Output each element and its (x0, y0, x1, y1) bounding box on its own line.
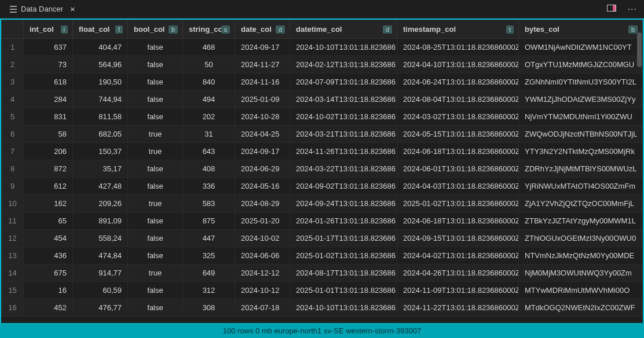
column-header-timestamp_col[interactable]: timestamp_colt (397, 20, 519, 39)
more-icon[interactable]: ··· (625, 3, 639, 16)
table-row[interactable]: 1165891,09false8752025-01-202024-01-26T1… (2, 212, 643, 230)
cell-bool_col[interactable]: true (128, 126, 183, 143)
cell-timestamp_col[interactable]: 2024-06-24T13:01:18.823686000Z (397, 74, 519, 91)
cell-int_col[interactable]: 162 (24, 195, 73, 212)
cell-float_col[interactable]: 914,77 (73, 264, 128, 282)
cell-bool_col[interactable]: true (128, 264, 183, 282)
cell-datetime_col[interactable]: 2024-03-21T13:01:18.823686 (290, 126, 397, 143)
cell-bool_col[interactable]: false (128, 299, 183, 317)
cell-bytes_col[interactable]: ZWQwODJjNzctNTBhNS00NTJjL (519, 126, 643, 143)
cell-string_col[interactable]: 31 (183, 126, 235, 143)
cell-bool_col[interactable]: false (128, 160, 183, 178)
cell-bool_col[interactable]: false (128, 230, 183, 247)
cell-int_col[interactable]: 612 (24, 178, 73, 195)
cell-datetime_col[interactable]: 2024-01-26T13:01:18.823686 (290, 212, 397, 230)
cell-bytes_col[interactable]: ZDRhYzJjNjMtMTBlYS00MWUzL (519, 160, 643, 178)
column-header-float_col[interactable]: float_colf (73, 20, 128, 39)
table-row[interactable]: 273564,96false502024-11-272024-02-12T13:… (2, 56, 643, 74)
cell-int_col[interactable]: 16 (24, 282, 73, 299)
cell-timestamp_col[interactable]: 2024-04-02T13:01:18.823686000Z (397, 247, 519, 264)
cell-float_col[interactable]: 427,48 (73, 178, 128, 195)
cell-bytes_col[interactable]: ZTBkYzJlZTAtYzgyMy00MWM1L (519, 212, 643, 230)
cell-string_col[interactable]: 325 (183, 247, 235, 264)
cell-datetime_col[interactable]: 2024-03-14T13:01:18.823686 (290, 91, 397, 108)
table-row[interactable]: 9612427,48false3362024-05-162024-09-02T1… (2, 178, 643, 195)
cell-bool_col[interactable]: false (128, 74, 183, 91)
cell-datetime_col[interactable]: 2024-07-09T13:01:18.823686 (290, 74, 397, 91)
tab-data-dancer[interactable]: Data Dancer × (5, 2, 80, 16)
cell-datetime_col[interactable]: 2025-01-01T13:01:18.823686 (290, 282, 397, 299)
cell-bytes_col[interactable]: ZjA1Y2VhZjQtZTQzOC00MmFjL (519, 195, 643, 212)
cell-bytes_col[interactable]: YTY3N2Y2NTktMzQzMS00MjRk (519, 143, 643, 160)
cell-int_col[interactable]: 618 (24, 74, 73, 91)
cell-timestamp_col[interactable]: 2025-01-02T13:01:18.823686000Z (397, 195, 519, 212)
cell-timestamp_col[interactable]: 2024-03-02T13:01:18.823686000Z (397, 108, 519, 126)
cell-timestamp_col[interactable]: 2024-08-25T13:01:18.823686000Z (397, 39, 519, 56)
cell-bool_col[interactable]: false (128, 56, 183, 74)
cell-datetime_col[interactable]: 2025-01-02T13:01:18.823686 (290, 247, 397, 264)
table-row[interactable]: 5831811,58false2022024-10-282024-10-02T1… (2, 108, 643, 126)
cell-date_col[interactable]: 2024-06-06 (235, 247, 290, 264)
cell-bytes_col[interactable]: OWM1NjAwNDItZWM1NC00YT (519, 39, 643, 56)
panel-toggle-icon[interactable] (605, 3, 619, 14)
cell-date_col[interactable]: 2024-10-12 (235, 282, 290, 299)
cell-float_col[interactable]: 404,47 (73, 39, 128, 56)
cell-string_col[interactable]: 202 (183, 108, 235, 126)
cell-bool_col[interactable]: false (128, 212, 183, 230)
close-icon[interactable]: × (70, 5, 75, 13)
cell-date_col[interactable]: 2024-04-25 (235, 126, 290, 143)
cell-float_col[interactable]: 811,58 (73, 108, 128, 126)
cell-float_col[interactable]: 476,77 (73, 299, 128, 317)
cell-string_col[interactable]: 447 (183, 230, 235, 247)
column-header-bool_col[interactable]: bool_colb (128, 20, 183, 39)
cell-bytes_col[interactable]: YjRiNWUxMTAtOTI4OS00ZmFm (519, 178, 643, 195)
cell-string_col[interactable]: 649 (183, 264, 235, 282)
cell-int_col[interactable]: 65 (24, 212, 73, 230)
cell-float_col[interactable]: 558,24 (73, 230, 128, 247)
table-row[interactable]: 151660,59false3122024-10-122025-01-01T13… (2, 282, 643, 299)
cell-timestamp_col[interactable]: 2024-06-18T13:01:18.823686000Z (397, 143, 519, 160)
cell-timestamp_col[interactable]: 2024-09-15T13:01:18.823686000Z (397, 230, 519, 247)
cell-float_col[interactable]: 744,94 (73, 91, 128, 108)
table-row[interactable]: 4284744,94false4942025-01-092024-03-14T1… (2, 91, 643, 108)
cell-date_col[interactable]: 2024-07-18 (235, 299, 290, 317)
cell-timestamp_col[interactable]: 2024-11-22T13:01:18.823686000Z (397, 299, 519, 317)
cell-float_col[interactable]: 35,17 (73, 160, 128, 178)
cell-int_col[interactable]: 452 (24, 299, 73, 317)
cell-bool_col[interactable]: false (128, 91, 183, 108)
cell-date_col[interactable]: 2024-11-27 (235, 56, 290, 74)
table-row[interactable]: 12454558,24false4472024-10-022025-01-17T… (2, 230, 643, 247)
cell-date_col[interactable]: 2024-08-29 (235, 195, 290, 212)
cell-bool_col[interactable]: false (128, 108, 183, 126)
table-row[interactable]: 1637404,47false4682024-09-172024-10-10T1… (2, 39, 643, 56)
cell-datetime_col[interactable]: 2024-09-02T13:01:18.823686 (290, 178, 397, 195)
cell-string_col[interactable]: 336 (183, 178, 235, 195)
cell-date_col[interactable]: 2024-12-12 (235, 264, 290, 282)
cell-timestamp_col[interactable]: 2024-06-01T13:01:18.823686000Z (397, 160, 519, 178)
cell-int_col[interactable]: 73 (24, 56, 73, 74)
cell-int_col[interactable]: 206 (24, 143, 73, 160)
cell-date_col[interactable]: 2025-01-09 (235, 91, 290, 108)
cell-string_col[interactable]: 408 (183, 160, 235, 178)
table-row[interactable]: 7206150,37true6432024-09-172024-11-26T13… (2, 143, 643, 160)
cell-float_col[interactable]: 150,37 (73, 143, 128, 160)
cell-datetime_col[interactable]: 2024-03-22T13:01:18.823686 (290, 160, 397, 178)
cell-datetime_col[interactable]: 2024-10-10T13:01:18.823686 (290, 299, 397, 317)
cell-int_col[interactable]: 284 (24, 91, 73, 108)
cell-int_col[interactable]: 454 (24, 230, 73, 247)
cell-int_col[interactable]: 831 (24, 108, 73, 126)
cell-int_col[interactable]: 436 (24, 247, 73, 264)
column-header-string_col[interactable]: string_cols (183, 20, 235, 39)
cell-date_col[interactable]: 2024-05-16 (235, 178, 290, 195)
cell-float_col[interactable]: 60,59 (73, 282, 128, 299)
cell-bool_col[interactable]: false (128, 178, 183, 195)
cell-timestamp_col[interactable]: 2024-04-10T13:01:18.823686000Z (397, 56, 519, 74)
cell-datetime_col[interactable]: 2024-11-26T13:01:18.823686 (290, 143, 397, 160)
cell-bool_col[interactable]: false (128, 39, 183, 56)
cell-date_col[interactable]: 2024-10-02 (235, 230, 290, 247)
cell-date_col[interactable]: 2024-10-28 (235, 108, 290, 126)
cell-timestamp_col[interactable]: 2024-04-03T13:01:18.823686000Z (397, 178, 519, 195)
column-header-int_col[interactable]: int_coli (24, 20, 73, 39)
cell-date_col[interactable]: 2024-11-16 (235, 74, 290, 91)
cell-string_col[interactable]: 875 (183, 212, 235, 230)
